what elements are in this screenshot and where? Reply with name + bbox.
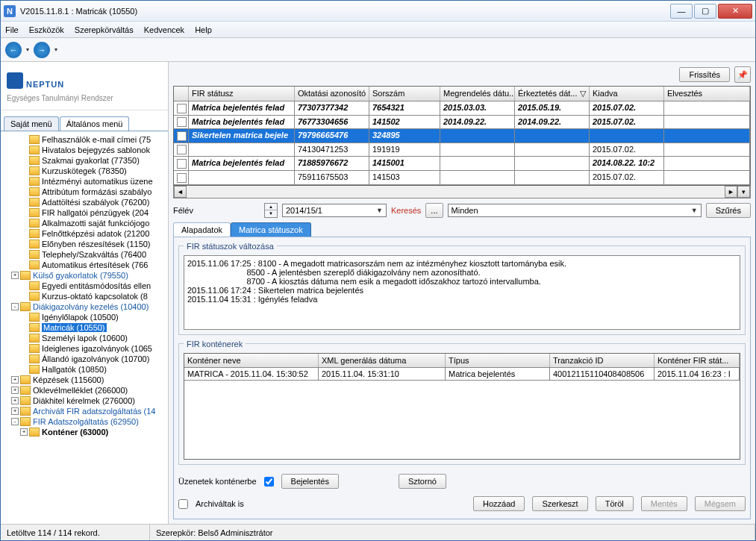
felev-combo[interactable]: 2014/15/1 ▼ [282,204,387,217]
col-oktatasi[interactable]: Oktatási azonosító [295,87,369,101]
torol-button[interactable]: Töröl [596,496,634,511]
tree[interactable]: Felhasználók e-mail címei (75Hivatalos b… [1,131,168,524]
tree-item[interactable]: Ideiglenes igazolványok (1065 [2,343,166,354]
menu-file[interactable]: File [5,25,19,34]
row-checkbox[interactable] [177,117,187,127]
tree-item[interactable]: Állandó igazolványok (10700) [2,354,166,364]
tree-item[interactable]: FIR hallgatói pénzügyek (204 [2,207,166,218]
hozzaad-button[interactable]: Hozzáad [473,496,525,511]
tree-item[interactable]: +Konténer (63000) [2,427,166,437]
kcol-firstat[interactable]: Konténer FIR stát... [655,354,740,367]
row-checkbox[interactable] [177,104,187,113]
tab-matrica-statuszok[interactable]: Matrica státuszok [231,222,311,237]
close-button[interactable]: ✕ [718,4,752,19]
tree-item[interactable]: Személyi lapok (10600) [2,333,166,343]
col-erkeztetes[interactable]: Érkeztetés dát... ▽ [515,87,590,101]
tree-item[interactable]: Intézményi automatikus üzene [2,176,166,187]
expand-icon[interactable]: + [11,407,19,415]
tree-item[interactable]: +Diákhitel kérelmek (276000) [2,395,166,406]
dots-button[interactable]: ... [425,203,443,218]
kcol-type[interactable]: Típus [446,354,550,367]
felev-stepper[interactable]: ▲▼ [264,203,278,218]
menu-favorites[interactable]: Kedvencek [144,25,184,34]
container-row[interactable]: MATRICA - 2015.11.04. 15:30:52 2015.11.0… [184,368,740,381]
tree-item[interactable]: +Oklevélmelléklet (266000) [2,385,166,395]
kcol-name[interactable]: Konténer neve [184,354,319,367]
expand-icon[interactable]: + [11,376,19,384]
kcol-xmldate[interactable]: XML generálás dátuma [319,354,446,367]
szures-button[interactable]: Szűrés [706,203,751,218]
status-log[interactable]: 2015.11.06 17:25 : 8100 - A megadott mat… [184,255,740,330]
sidetab-sajat[interactable]: Saját menü [4,116,59,131]
tree-item[interactable]: Szakmai gyakorlat (77350) [2,155,166,166]
maximize-button[interactable]: ▢ [694,4,716,19]
tree-item[interactable]: Attribútum formázási szabályo [2,187,166,197]
mentes-button[interactable]: Mentés [641,496,687,511]
tree-item[interactable]: Kurzuskötegek (78350) [2,166,166,176]
archivalt-checkbox[interactable] [178,499,188,509]
tree-item[interactable]: Adattöltési szabályok (76200) [2,197,166,207]
tree-item[interactable]: Matricák (10550) [2,322,166,333]
scroll-right-icon[interactable]: ► [725,186,737,198]
grid-hscroll[interactable]: ◄ ► ▾ [173,186,751,198]
bejelentes-button[interactable]: Bejelentés [281,474,339,489]
tree-item[interactable]: Igénylőlapok (10500) [2,312,166,322]
col-fir-status[interactable]: FIR státusz [189,87,295,101]
row-checkbox[interactable] [177,131,187,141]
tree-item[interactable]: Felhasználók e-mail címei (75 [2,134,166,145]
tree-item[interactable]: +Külső gyakorlatok (79550) [2,270,166,281]
tree-item[interactable]: Hivatalos bejegyzés sablonok [2,145,166,155]
col-elvesztes[interactable]: Elvesztés [664,87,750,101]
tree-item[interactable]: Felnőttképzési adatok (21200 [2,228,166,239]
tree-item[interactable]: Előnyben részesítések (1150) [2,239,166,249]
col-kiadva[interactable]: Kiadva [590,87,664,101]
nav-back-button[interactable]: ← [5,42,22,58]
collapse-icon[interactable]: - [11,418,19,425]
tree-item[interactable]: Egyedi entitásmódosítás ellen [2,281,166,291]
table-row[interactable]: Matrica bejelentés felad7677330465614150… [174,116,750,130]
tree-item[interactable]: +Képzések (115600) [2,375,166,385]
tree-item[interactable]: -Diákigazolvány kezelés (10400) [2,301,166,312]
menu-help[interactable]: Help [195,25,212,34]
tab-alapadatok[interactable]: Alapadatok [173,222,231,237]
tree-item[interactable]: Telephely/Szakváltás (76400 [2,249,166,260]
minimize-button[interactable]: — [670,4,693,19]
table-row[interactable]: Matrica bejelentés felad7188597667214150… [174,157,750,171]
tree-item[interactable]: +Archivált FIR adatszolgáltatás (14 [2,406,166,416]
expand-icon[interactable]: + [11,387,19,394]
sidetab-altalanos[interactable]: Általános menü [60,116,130,131]
refresh-button[interactable]: Frissítés [679,67,730,82]
tree-item[interactable]: -FIR Adatszolgáltatás (62950) [2,416,166,427]
table-row[interactable]: 741304712531919192015.07.02. [174,143,750,157]
expand-icon[interactable]: + [11,397,19,404]
szerkeszt-button[interactable]: Szerkeszt [532,496,587,511]
nav-forward-dropdown-icon[interactable]: ▾ [54,46,57,53]
tree-item[interactable]: Automatikus értesítések (766 [2,260,166,270]
col-sorszam[interactable]: Sorszám [369,87,440,101]
expand-icon[interactable]: + [20,428,28,436]
table-row[interactable]: 759116755031415032015.07.02. [174,171,750,185]
main-grid[interactable]: FIR státusz Oktatási azonosító Sorszám M… [173,86,751,186]
kcol-tranid[interactable]: Tranzakció ID [550,354,655,367]
menu-tools[interactable]: Eszközök [29,25,64,34]
table-row[interactable]: Sikertelen matrica bejele797966654763248… [174,129,750,143]
col-megrendeles[interactable]: Megrendelés dátu... [440,87,515,101]
uzenetek-checkbox[interactable] [264,477,274,487]
megsem-button[interactable]: Mégsem [695,496,746,511]
table-row[interactable]: Matrica bejelentés felad7730737734276543… [174,101,750,116]
tree-item[interactable]: Alkalmazotti saját funkciójogo [2,218,166,228]
scroll-dropdown-icon[interactable]: ▾ [737,186,750,198]
pin-icon[interactable]: 📌 [734,66,751,83]
expand-icon[interactable]: + [11,272,19,279]
collapse-icon[interactable]: - [11,303,19,310]
filter-combo[interactable]: Minden ▼ [448,204,702,217]
row-checkbox[interactable] [177,173,187,183]
scroll-left-icon[interactable]: ◄ [174,186,187,198]
sztorno-button[interactable]: Sztornó [399,474,446,489]
row-checkbox[interactable] [177,159,187,169]
kereses-link[interactable]: Keresés [391,206,421,215]
nav-back-dropdown-icon[interactable]: ▾ [26,46,29,53]
row-checkbox[interactable] [177,145,187,154]
menu-role[interactable]: Szerepkörváltás [75,25,134,34]
nav-forward-button[interactable]: → [34,42,50,58]
